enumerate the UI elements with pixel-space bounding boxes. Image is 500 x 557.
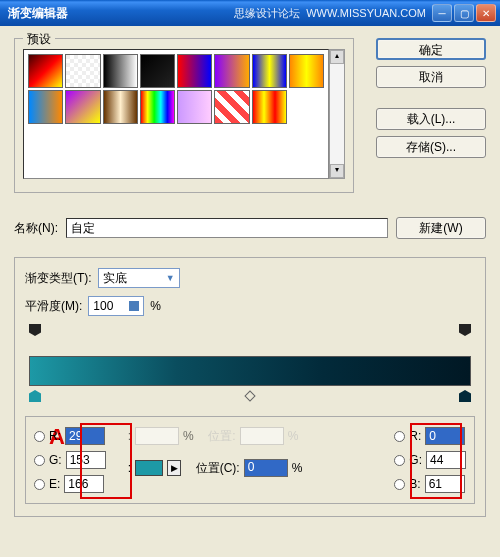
color-stop-left[interactable] bbox=[29, 390, 41, 402]
color-pos-input[interactable]: 0 bbox=[244, 459, 288, 477]
window-title: 渐变编辑器 bbox=[4, 5, 234, 22]
ok-button[interactable]: 确定 bbox=[376, 38, 486, 60]
preset-swatch[interactable] bbox=[214, 90, 249, 124]
watermark: 思缘设计论坛 bbox=[234, 6, 300, 21]
midpoint-diamond[interactable] bbox=[244, 390, 255, 401]
preset-swatch[interactable] bbox=[214, 54, 249, 88]
color-panel: R:29 G:153 E:166 :% 位置:% :▶ 位置(C):0% R:0… bbox=[25, 416, 475, 504]
scroll-track[interactable] bbox=[330, 64, 344, 164]
opacity-pos-input[interactable] bbox=[240, 427, 284, 445]
new-button[interactable]: 新建(W) bbox=[396, 217, 486, 239]
color-picker-arrow-icon[interactable]: ▶ bbox=[167, 460, 181, 476]
preset-swatch[interactable] bbox=[65, 90, 100, 124]
g-radio-left[interactable] bbox=[34, 455, 45, 466]
b-radio-right[interactable] bbox=[394, 479, 405, 490]
color-stop-right[interactable] bbox=[459, 390, 471, 402]
annotation-box-right bbox=[410, 423, 462, 499]
gradient-bar[interactable] bbox=[29, 356, 471, 386]
watermark-url: WWW.MISSYUAN.COM bbox=[306, 7, 426, 19]
gradient-type-label: 渐变类型(T): bbox=[25, 270, 92, 287]
preset-swatch[interactable] bbox=[28, 54, 63, 88]
titlebar: 渐变编辑器 思缘设计论坛 WWW.MISSYUAN.COM ─ ▢ ✕ bbox=[0, 0, 500, 26]
scroll-down-icon[interactable]: ▾ bbox=[330, 164, 344, 178]
color-chip[interactable] bbox=[135, 460, 163, 476]
close-button[interactable]: ✕ bbox=[476, 4, 496, 22]
slider-icon bbox=[129, 301, 139, 311]
preset-swatch[interactable] bbox=[103, 90, 138, 124]
preset-scrollbar[interactable]: ▴ ▾ bbox=[329, 49, 345, 179]
preset-swatch[interactable] bbox=[65, 54, 100, 88]
preset-swatch[interactable] bbox=[177, 90, 212, 124]
preset-swatch-grid[interactable] bbox=[23, 49, 329, 179]
preset-swatch[interactable] bbox=[103, 54, 138, 88]
preset-swatch[interactable] bbox=[252, 90, 287, 124]
opacity-stop-right[interactable] bbox=[459, 324, 471, 336]
preset-swatch[interactable] bbox=[28, 90, 63, 124]
smoothness-label: 平滑度(M): bbox=[25, 298, 82, 315]
b-radio-left[interactable] bbox=[34, 479, 45, 490]
opacity-stop-left[interactable] bbox=[29, 324, 41, 336]
r-radio-right[interactable] bbox=[394, 431, 405, 442]
load-button[interactable]: 载入(L)... bbox=[376, 108, 486, 130]
maximize-button[interactable]: ▢ bbox=[454, 4, 474, 22]
g-radio-right[interactable] bbox=[394, 455, 405, 466]
minimize-button[interactable]: ─ bbox=[432, 4, 452, 22]
preset-swatch[interactable] bbox=[289, 54, 324, 88]
name-input[interactable]: 自定 bbox=[66, 218, 388, 238]
opacity-input[interactable] bbox=[135, 427, 179, 445]
smoothness-input[interactable]: 100 bbox=[88, 296, 144, 316]
preset-fieldset: 预设 ▴ ▾ bbox=[14, 38, 354, 193]
name-label: 名称(N): bbox=[14, 220, 58, 237]
preset-swatch[interactable] bbox=[252, 54, 287, 88]
preset-legend: 预设 bbox=[23, 31, 55, 48]
preset-swatch[interactable] bbox=[140, 54, 175, 88]
r-radio-left[interactable] bbox=[34, 431, 45, 442]
chevron-down-icon: ▼ bbox=[166, 273, 175, 283]
save-button[interactable]: 存储(S)... bbox=[376, 136, 486, 158]
preset-swatch[interactable] bbox=[177, 54, 212, 88]
annotation-box-left bbox=[80, 423, 132, 499]
cancel-button[interactable]: 取消 bbox=[376, 66, 486, 88]
gradient-editor: 渐变类型(T): 实底 ▼ 平滑度(M): 100 % bbox=[14, 257, 486, 517]
gradient-type-select[interactable]: 实底 ▼ bbox=[98, 268, 180, 288]
scroll-up-icon[interactable]: ▴ bbox=[330, 50, 344, 64]
preset-swatch[interactable] bbox=[140, 90, 175, 124]
